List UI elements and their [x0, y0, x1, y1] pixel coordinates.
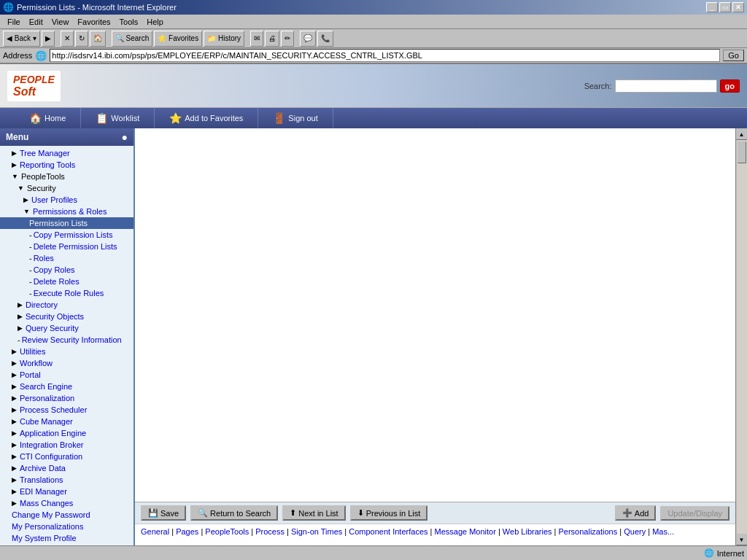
directory-link[interactable]: Directory	[26, 300, 58, 309]
history-button[interactable]: 📁 History	[204, 31, 244, 47]
nav-add-favorites[interactable]: ⭐ Add to Favorites	[155, 108, 258, 128]
edi-manager-link[interactable]: EDI Manager	[20, 487, 67, 496]
sidebar-item-cube-manager[interactable]: ▶ Cube Manager	[0, 416, 133, 427]
sidebar-item-permission-lists[interactable]: Permission Lists	[0, 217, 133, 229]
change-password-link[interactable]: Change My Password	[12, 510, 90, 519]
personalizations-tab-link[interactable]: Personalizations	[559, 527, 618, 536]
query-security-link[interactable]: Query Security	[26, 324, 79, 332]
nav-signout[interactable]: 🚪 Sign out	[258, 108, 333, 128]
next-in-list-button[interactable]: ⬆ Next in List	[282, 505, 345, 521]
menu-file[interactable]: File	[3, 16, 25, 28]
tree-manager-link[interactable]: Tree Manager	[20, 149, 70, 158]
refresh-button[interactable]: ↻	[75, 31, 88, 47]
web-libraries-tab-link[interactable]: Web Libraries	[503, 527, 552, 536]
sidebar-item-peopletools[interactable]: ▼ PeopleTools	[0, 171, 133, 182]
previous-in-list-button[interactable]: ⬇ Previous in List	[350, 505, 428, 521]
menu-help[interactable]: Help	[142, 16, 168, 28]
sidebar-item-review-security[interactable]: - Review Security Information	[0, 334, 133, 346]
sidebar-item-application-engine[interactable]: ▶ Application Engine	[0, 427, 133, 439]
delete-permission-lists-link[interactable]: Delete Permission Lists	[34, 242, 117, 251]
menu-edit[interactable]: Edit	[25, 16, 47, 28]
sidebar-item-directory[interactable]: ▶ Directory	[0, 299, 133, 311]
sidebar-item-mass-changes[interactable]: ▶ Mass Changes	[0, 497, 133, 509]
save-button[interactable]: 💾 Save	[141, 505, 186, 521]
permissions-roles-link[interactable]: Permissions & Roles	[33, 207, 107, 216]
sidebar-item-personalization[interactable]: ▶ Personalization	[0, 392, 133, 404]
sidebar-item-roles[interactable]: - Roles	[0, 252, 133, 264]
scroll-thumb[interactable]	[738, 141, 746, 163]
discuss-button[interactable]: 💬	[300, 31, 316, 47]
sidebar-item-security-objects[interactable]: ▶ Security Objects	[0, 311, 133, 322]
home-button[interactable]: 🏠	[90, 31, 106, 47]
my-personalizations-link[interactable]: My Personalizations	[12, 522, 83, 531]
sidebar-item-execute-role-rules[interactable]: - Execute Role Rules	[0, 287, 133, 299]
archive-data-link[interactable]: Archive Data	[20, 464, 66, 472]
favorites-button[interactable]: ⭐ Favorites	[154, 31, 202, 47]
print-button[interactable]: 🖨	[265, 31, 279, 47]
sidebar-item-utilities[interactable]: ▶ Utilities	[0, 346, 133, 357]
sidebar-item-user-profiles[interactable]: ▶ User Profiles	[0, 194, 133, 206]
stop-button[interactable]: ✕	[61, 31, 74, 47]
messenger-button[interactable]: 📞	[317, 31, 333, 47]
sidebar-item-tree-manager[interactable]: ▶ Tree Manager	[0, 147, 133, 159]
cti-configuration-link[interactable]: CTI Configuration	[20, 452, 82, 461]
nav-home[interactable]: 🏠 Home	[15, 108, 81, 128]
address-input[interactable]	[50, 49, 720, 62]
component-interfaces-tab-link[interactable]: Component Interfaces	[349, 527, 427, 536]
forward-button[interactable]: ▶	[42, 31, 55, 47]
query-tab-link[interactable]: Query	[624, 527, 646, 536]
workflow-link[interactable]: Workflow	[20, 359, 53, 368]
user-profiles-link[interactable]: User Profiles	[31, 195, 77, 204]
integration-broker-link[interactable]: Integration Broker	[20, 440, 83, 449]
sidebar-item-permissions-roles[interactable]: ▼ Permissions & Roles	[0, 206, 133, 217]
restore-button[interactable]: ▭	[719, 2, 731, 12]
sidebar-item-my-personalizations[interactable]: My Personalizations	[0, 521, 133, 532]
delete-roles-link[interactable]: Delete Roles	[34, 277, 80, 286]
menu-tools[interactable]: Tools	[115, 16, 143, 28]
minimize-button[interactable]: _	[706, 2, 718, 12]
sidebar-item-security[interactable]: ▼ Security	[0, 182, 133, 194]
menu-view[interactable]: View	[47, 16, 74, 28]
copy-permission-lists-link[interactable]: Copy Permission Lists	[34, 230, 113, 239]
roles-link[interactable]: Roles	[34, 254, 54, 262]
sidebar-item-delete-permission-lists[interactable]: - Delete Permission Lists	[0, 241, 133, 252]
mass-changes-link[interactable]: Mass Changes	[20, 499, 73, 508]
menu-favorites[interactable]: Favorites	[73, 16, 115, 28]
sidebar-item-cti-configuration[interactable]: ▶ CTI Configuration	[0, 451, 133, 462]
edit-tb-button[interactable]: ✏	[281, 31, 294, 47]
sidebar-item-change-password[interactable]: Change My Password	[0, 509, 133, 521]
scroll-up-button[interactable]: ▲	[736, 128, 748, 140]
copy-roles-link[interactable]: Copy Roles	[34, 265, 75, 274]
search-input[interactable]	[615, 79, 717, 93]
sidebar-close-button[interactable]: ●	[122, 131, 128, 143]
back-button[interactable]: ◀ Back ▾	[3, 31, 40, 47]
sidebar-item-edi-manager[interactable]: ▶ EDI Manager	[0, 486, 133, 497]
my-system-profile-link[interactable]: My System Profile	[12, 534, 77, 542]
message-monitor-tab-link[interactable]: Message Monitor	[434, 527, 495, 536]
sidebar-item-process-scheduler[interactable]: ▶ Process Scheduler	[0, 404, 133, 416]
signon-times-tab-link[interactable]: Sign-on Times	[291, 527, 342, 536]
sidebar-item-reporting-tools[interactable]: ▶ Reporting Tools	[0, 159, 133, 171]
close-button[interactable]: ✕	[732, 2, 744, 12]
sidebar-item-portal[interactable]: ▶ Portal	[0, 369, 133, 381]
sidebar-item-workflow[interactable]: ▶ Workflow	[0, 357, 133, 369]
sidebar-item-my-system-profile[interactable]: My System Profile	[0, 532, 133, 544]
sidebar-item-copy-roles[interactable]: - Copy Roles	[0, 264, 133, 276]
utilities-link[interactable]: Utilities	[20, 347, 45, 356]
scroll-down-button[interactable]: ▼	[736, 534, 748, 545]
search-engine-link[interactable]: Search Engine	[20, 382, 72, 391]
nav-worklist[interactable]: 📋 Worklist	[81, 108, 155, 128]
pages-tab-link[interactable]: Pages	[176, 527, 198, 536]
cube-manager-link[interactable]: Cube Manager	[20, 417, 73, 426]
portal-link[interactable]: Portal	[20, 370, 41, 379]
sidebar-item-integration-broker[interactable]: ▶ Integration Broker	[0, 439, 133, 451]
process-tab-link[interactable]: Process	[255, 527, 285, 536]
personalization-link[interactable]: Personalization	[20, 394, 74, 402]
add-button[interactable]: ➕ Add	[615, 505, 657, 521]
execute-role-rules-link[interactable]: Execute Role Rules	[34, 289, 104, 298]
sidebar-item-translations[interactable]: ▶ Translations	[0, 474, 133, 486]
translations-link[interactable]: Translations	[20, 475, 63, 484]
go-button[interactable]: Go	[723, 50, 744, 61]
sidebar-item-query-security[interactable]: ▶ Query Security	[0, 322, 133, 334]
application-engine-link[interactable]: Application Engine	[20, 429, 86, 438]
